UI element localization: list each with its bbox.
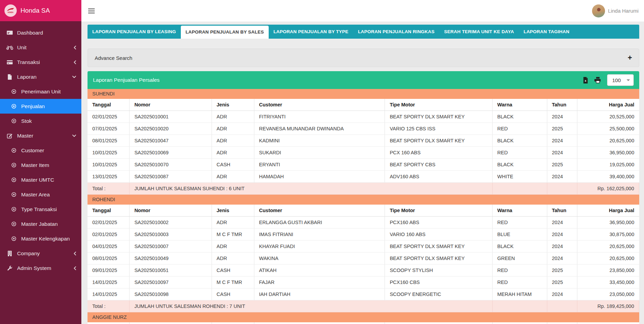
- cell-tahun: 2025: [547, 159, 577, 171]
- cell-tanggal: 09/01/2025: [88, 264, 130, 276]
- excel-export-icon[interactable]: x: [582, 77, 589, 84]
- table-row: 10/01/2025SA2025010070CASHERYANTIBEAT SP…: [88, 159, 639, 171]
- tab-laporan-penjualan-by-sales[interactable]: LAPORAN PENJUALAN BY SALES: [181, 26, 269, 39]
- cell-tipe-motor: BEAT SPORTY DLX SMART KEY: [385, 111, 493, 123]
- column-header-warna: Warna: [492, 322, 547, 324]
- total-value: Rp. 162,025,000: [577, 183, 639, 195]
- tab-laporan-penjualan-by-type[interactable]: LAPORAN PENJUALAN BY TYPE: [269, 25, 353, 39]
- cell-nomor: SA2025010070: [130, 159, 212, 171]
- cell-tanggal: 13/01/2025: [88, 171, 130, 183]
- cell-nomor: SA2025010047: [130, 135, 212, 147]
- app-title: Honda SA: [21, 7, 50, 14]
- cell-tanggal: 10/01/2025: [88, 147, 130, 159]
- column-header-harga-jual: Harga Jual: [577, 322, 639, 324]
- sidebar-item-label: Unit: [17, 44, 27, 51]
- sidebar-item-transaksi[interactable]: Transaksi: [0, 55, 81, 69]
- sidebar-item-stok[interactable]: Stok: [0, 114, 81, 128]
- sidebar-item-master-item[interactable]: Master Item: [0, 158, 81, 172]
- cell-harga-jual: 20,525,000: [577, 111, 639, 123]
- table-row: 02/01/2025SA2025010002ADRERLANGGA GUSTI …: [88, 217, 639, 229]
- report-table: SUHENDITanggalNomorJenisCustomerTipe Mot…: [88, 89, 639, 324]
- cell-warna: MERAH HITAM: [492, 288, 547, 300]
- credit-card-icon: [5, 60, 14, 65]
- sidebar-item-master-jabatan[interactable]: Master Jabatan: [0, 217, 81, 231]
- cell-warna: RED: [492, 217, 547, 229]
- cell-jenis: ADR: [212, 171, 254, 183]
- cell-customer: KHAYAR FUADI: [254, 241, 385, 252]
- cell-jenis: ADR: [212, 217, 254, 229]
- cell-customer: FITRIYANTI: [254, 111, 385, 123]
- tab-serah-terima-unit-ke-daya[interactable]: SERAH TERIMA UNIT KE DAYA: [439, 25, 519, 39]
- column-header-tanggal: Tanggal: [88, 322, 130, 324]
- sidebar-item-master-kelengkapan[interactable]: Master Kelengkapan: [0, 231, 81, 246]
- dot-circle-icon: [10, 104, 18, 109]
- column-header-customer: Customer: [254, 322, 385, 324]
- cell-warna: GREEN: [492, 252, 547, 264]
- tab-laporan-penjualan-ringkas[interactable]: LAPORAN PENJUALAN RINGKAS: [353, 25, 439, 39]
- brand-header[interactable]: HONDA Honda SA: [0, 0, 81, 21]
- cell-warna: WHITE: [492, 171, 547, 183]
- dot-circle-icon: [10, 148, 18, 153]
- column-header-nomor: Nomor: [130, 205, 212, 217]
- sidebar-item-master-area[interactable]: Master Area: [0, 187, 81, 202]
- sidebar-item-label: Company: [17, 250, 40, 257]
- column-header-customer: Customer: [254, 205, 385, 217]
- sidebar-item-label: Transaksi: [17, 59, 40, 65]
- column-header-warna: Warna: [492, 99, 547, 111]
- cell-jenis: ADR: [212, 123, 254, 135]
- salesman-section-header: SUHENDI: [88, 89, 639, 99]
- sidebar-item-company[interactable]: Company: [0, 246, 81, 261]
- dashboard-icon: [5, 30, 14, 36]
- expand-plus-icon[interactable]: +: [628, 54, 632, 62]
- total-value: Rp. 189,425,000: [577, 300, 639, 312]
- sidebar-item-admin-system[interactable]: Admin System: [0, 261, 81, 275]
- total-summary: JUMLAH UNTUK SALESMAN SUHENDI : 6 UNIT: [130, 183, 493, 195]
- tab-laporan-tagihan[interactable]: LAPORAN TAGIHAN: [519, 25, 574, 39]
- sidebar-item-penerimaan-unit[interactable]: Penerimaan Unit: [0, 84, 81, 99]
- report-header: Laporan Penjualan Persales x 100: [88, 71, 639, 89]
- sidebar-item-master[interactable]: Master: [0, 128, 81, 143]
- report-toolbar: x 100: [582, 74, 634, 86]
- table-row: 14/01/2025SA2025010097M C F TMRFAJARPCX1…: [88, 276, 639, 288]
- total-row: Total :JUMLAH UNTUK SALESMAN ROHENDI : 7…: [88, 300, 639, 312]
- table-row: 02/01/2025SA2025010003M C F TMRIMAS FITR…: [88, 229, 639, 241]
- sidebar-item-label: Type Transaksi: [21, 206, 57, 212]
- cell-tipe-motor: ADV160 ABS: [385, 171, 493, 183]
- cell-jenis: ADR: [212, 135, 254, 147]
- motorcycle-icon: [5, 45, 14, 50]
- cell-tipe-motor: BEAT SPORTY DLX SMART KEY: [385, 241, 493, 252]
- page-size-select[interactable]: 100: [607, 74, 634, 86]
- table-row: 07/01/2025SA2025010020ADRREVANESA MUNAND…: [88, 123, 639, 135]
- column-header-tipe-motor: Tipe Motor: [385, 205, 493, 217]
- column-header-tanggal: Tanggal: [88, 205, 130, 217]
- advance-search-panel[interactable]: Advance Search +: [88, 49, 639, 67]
- cell-harga-jual: 33,450,000: [577, 276, 639, 288]
- sidebar-item-master-umtc[interactable]: Master UMTC: [0, 172, 81, 187]
- sidebar-item-dashboard[interactable]: Dashboard: [0, 25, 81, 40]
- sidebar-item-unit[interactable]: Unit: [0, 40, 81, 55]
- chevron-down-icon: [627, 79, 630, 81]
- dot-circle-icon: [10, 207, 18, 212]
- dot-circle-icon: [10, 89, 18, 94]
- sidebar-item-type-transaksi[interactable]: Type Transaksi: [0, 202, 81, 217]
- column-header-harga-jual: Harga Jual: [577, 205, 639, 217]
- cell-tahun: 2024: [547, 252, 577, 264]
- sidebar-item-laporan[interactable]: Laporan: [0, 69, 81, 84]
- cell-jenis: CASH: [212, 264, 254, 276]
- table-row: 04/01/2025SA2025010007ADRKHAYAR FUADIBEA…: [88, 241, 639, 252]
- sidebar-item-customer[interactable]: Customer: [0, 143, 81, 158]
- sidebar-item-label: Master Kelengkapan: [21, 236, 70, 242]
- tab-laporan-penjualan-by-leasing[interactable]: LAPORAN PENJUALAN BY LEASING: [88, 25, 181, 39]
- print-icon[interactable]: [594, 77, 601, 83]
- cell-warna: RED: [492, 123, 547, 135]
- column-header-tanggal: Tanggal: [88, 99, 130, 111]
- cell-harga-jual: 23,850,000: [577, 264, 639, 276]
- dot-circle-icon: [10, 163, 18, 168]
- total-empty-warna: [492, 300, 547, 312]
- user-menu[interactable]: Linda Harumi: [592, 4, 639, 17]
- sidebar-item-penjualan[interactable]: Penjualan: [0, 99, 81, 114]
- hamburger-menu-icon[interactable]: [88, 8, 95, 13]
- cell-nomor: SA2025010020: [130, 123, 212, 135]
- building-icon: [5, 250, 14, 257]
- svg-text:HONDA: HONDA: [8, 12, 14, 13]
